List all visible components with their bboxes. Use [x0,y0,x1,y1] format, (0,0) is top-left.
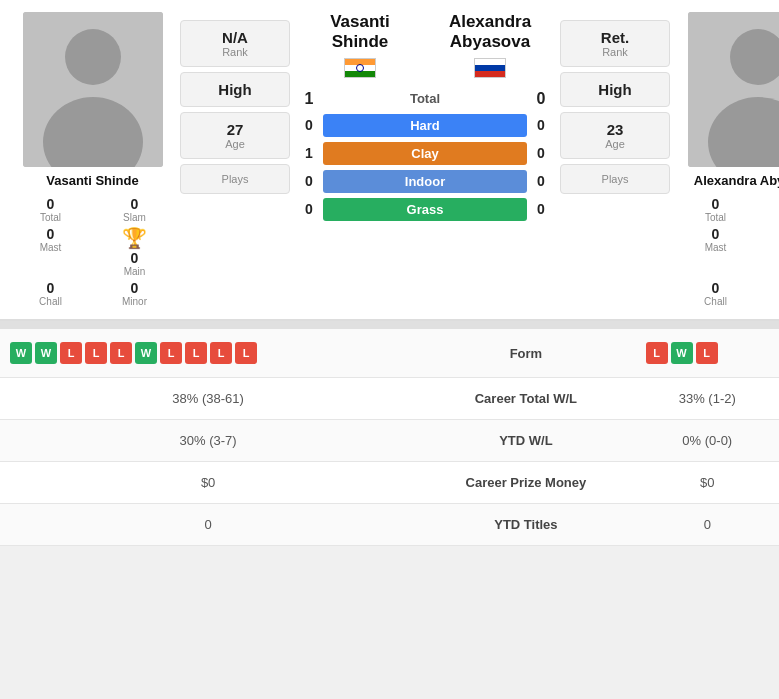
main-layout: Vasanti Shinde 0 Total 0 Slam 0 Mast 🏆 0 [0,0,779,546]
right-stat-mast: 0 Mast [678,226,754,277]
left-stat-slam: 0 Slam [97,196,173,223]
india-flag [344,58,376,78]
right-stat-slam: 0 Slam [762,196,780,223]
badge-l3: L [110,342,132,364]
left-mid-info: N/A Rank High 27 Age Plays [180,12,290,307]
career-wl-label: Career Total W/L [416,378,635,420]
r-badge-l1: L [646,342,668,364]
total-label: Total [410,91,440,106]
career-wl-row: 38% (38-61) Career Total W/L 33% (1-2) [0,378,779,420]
indoor-left-score: 0 [295,173,323,189]
ytd-wl-row: 30% (3-7) YTD W/L 0% (0-0) [0,420,779,462]
prize-left: $0 [0,462,416,504]
prize-row: $0 Career Prize Money $0 [0,462,779,504]
left-stat-chall: 0 Chall [13,280,89,307]
badge-w3: W [135,342,157,364]
left-form-badges: W W L L L W L L L L [0,329,416,378]
right-big-name: AlexandraAbyasova [449,12,531,53]
left-age-box: 27 Age [180,112,290,159]
center-comparison-area: VasantiShinde AlexandraAbyasova 1 Total … [290,12,560,307]
left-player-block: Vasanti Shinde 0 Total 0 Slam 0 Mast 🏆 0 [5,12,180,307]
stats-table: W W L L L W L L L L Form L W L [0,329,779,546]
surface-row-grass: 0 Grass 0 [295,198,555,221]
right-player-name: Alexandra Abyasova [694,173,779,188]
left-player-stats: 0 Total 0 Slam 0 Mast 🏆 0 Main 0 [13,196,173,307]
badge-l4: L [160,342,182,364]
ytd-titles-row: 0 YTD Titles 0 [0,504,779,546]
ytd-wl-label: YTD W/L [416,420,635,462]
badge-w2: W [35,342,57,364]
badge-w1: W [10,342,32,364]
right-mid-info: Ret. Rank High 23 Age Plays [560,12,670,307]
clay-label: Clay [323,142,527,165]
ytd-wl-right: 0% (0-0) [636,420,779,462]
total-left-score: 1 [295,90,323,108]
total-right-score: 0 [527,90,555,108]
ytd-titles-label: YTD Titles [416,504,635,546]
right-rank-box: Ret. Rank [560,20,670,67]
r-badge-w1: W [671,342,693,364]
right-high-box: High [560,72,670,107]
right-stat-chall: 0 Chall [678,280,754,307]
career-wl-left: 38% (38-61) [0,378,416,420]
right-form-badges: L W L [636,329,779,378]
badge-l7: L [235,342,257,364]
names-flags-row: VasantiShinde AlexandraAbyasova [295,12,555,78]
grass-label: Grass [323,198,527,221]
right-name-flag: AlexandraAbyasova [425,12,555,78]
grass-right-score: 0 [527,201,555,217]
right-stat-total: 0 Total [678,196,754,223]
total-score-row: 1 Total 0 [295,90,555,108]
right-player-stats: 0 Total 0 Slam 0 Mast 🏆 0 Main 0 [678,196,780,307]
ytd-titles-right: 0 [636,504,779,546]
badge-l6: L [210,342,232,364]
surface-row-hard: 0 Hard 0 [295,114,555,137]
right-age-box: 23 Age [560,112,670,159]
right-stat-minor: 0 Minor [762,280,780,307]
badge-l1: L [60,342,82,364]
left-trophy-icon: 🏆 [122,226,147,250]
svg-point-1 [65,29,121,85]
player-comparison-section: Vasanti Shinde 0 Total 0 Slam 0 Mast 🏆 0 [0,0,779,321]
left-player-name: Vasanti Shinde [46,173,138,188]
left-player-photo [23,12,163,167]
right-plays-box: Plays [560,164,670,194]
form-row: W W L L L W L L L L Form L W L [0,329,779,378]
prize-right: $0 [636,462,779,504]
prize-label: Career Prize Money [416,462,635,504]
form-label: Form [416,329,635,378]
left-high-box: High [180,72,290,107]
right-trophy-main: 🏆 0 Main [762,226,780,277]
clay-right-score: 0 [527,145,555,161]
left-big-name: VasantiShinde [330,12,390,53]
surface-rows: 0 Hard 0 1 Clay 0 0 Indoor 0 0 Grass [295,114,555,226]
left-stat-minor: 0 Minor [97,280,173,307]
left-form-badges-container: W W L L L W L L L L [10,342,406,364]
badge-l2: L [85,342,107,364]
surface-row-indoor: 0 Indoor 0 [295,170,555,193]
indoor-right-score: 0 [527,173,555,189]
indoor-label: Indoor [323,170,527,193]
left-rank-box: N/A Rank [180,20,290,67]
left-name-flag: VasantiShinde [295,12,425,78]
hard-label: Hard [323,114,527,137]
ytd-titles-left: 0 [0,504,416,546]
r-badge-l2: L [696,342,718,364]
hard-left-score: 0 [295,117,323,133]
hard-right-score: 0 [527,117,555,133]
left-stat-mast: 0 Mast [13,226,89,277]
surface-row-clay: 1 Clay 0 [295,142,555,165]
clay-left-score: 1 [295,145,323,161]
career-wl-right: 33% (1-2) [636,378,779,420]
right-player-photo [688,12,780,167]
ytd-wl-left: 30% (3-7) [0,420,416,462]
left-stat-total: 0 Total [13,196,89,223]
right-form-badges-container: L W L [646,342,769,364]
grass-left-score: 0 [295,201,323,217]
russia-flag [474,58,506,78]
left-plays-box: Plays [180,164,290,194]
section-divider [0,321,779,329]
left-trophy-main: 🏆 0 Main [97,226,173,277]
badge-l5: L [185,342,207,364]
right-player-block: Alexandra Abyasova 0 Total 0 Slam 0 Mast… [670,12,779,307]
